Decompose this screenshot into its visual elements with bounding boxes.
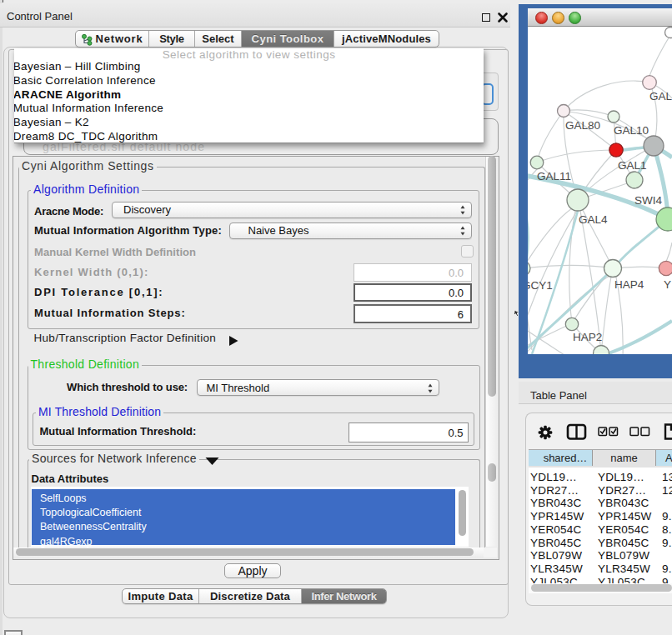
svg-text:GAL10: GAL10 [614,124,649,137]
svg-text:HAP2: HAP2 [573,331,602,343]
svg-text:HAP4: HAP4 [614,278,644,291]
svg-text:SWI4: SWI4 [634,194,662,207]
svg-text:GCY1: GCY1 [528,279,553,292]
svg-text:GAL80: GAL80 [565,119,600,132]
svg-text:GAL11: GAL11 [537,170,571,182]
svg-text:Y: Y [664,278,671,291]
svg-text:GAL: GAL [649,90,672,102]
svg-text:GAL4: GAL4 [579,213,608,226]
svg-text:GAL1: GAL1 [618,159,647,172]
